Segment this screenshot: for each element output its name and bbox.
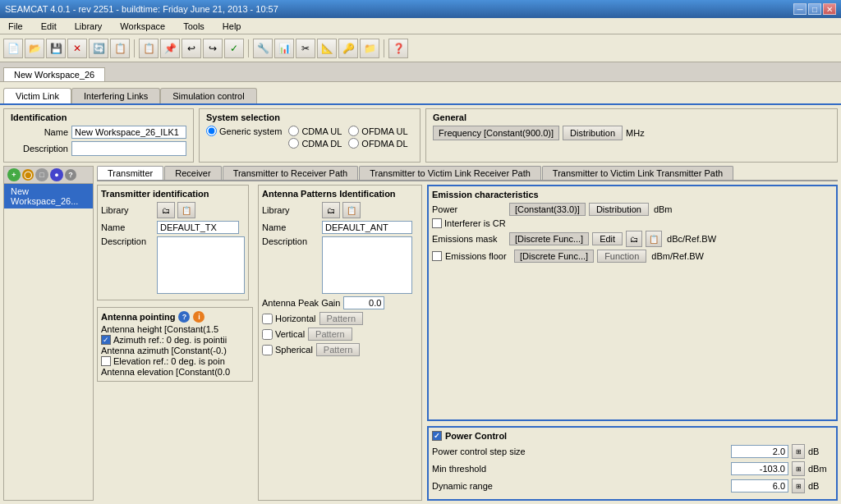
ant-lib-btn2[interactable]: 📋 <box>342 202 361 218</box>
tab-interfering-links[interactable]: Interfering Links <box>71 88 160 103</box>
maximize-button[interactable]: □ <box>808 3 821 15</box>
minimize-button[interactable]: ─ <box>793 3 807 15</box>
menu-edit[interactable]: Edit <box>36 20 62 33</box>
tool14[interactable]: 🔑 <box>338 39 358 58</box>
power-distribution-button[interactable]: Distribution <box>589 203 649 216</box>
ant-name-input[interactable] <box>322 221 412 234</box>
horizontal-pattern-btn[interactable]: Pattern <box>319 312 363 325</box>
ofdma-dl-label: OFDMA DL <box>361 139 407 149</box>
edit-button[interactable]: Edit <box>592 232 623 245</box>
close-button[interactable]: ✕ <box>823 3 836 15</box>
horizontal-check-label[interactable]: Horizontal <box>262 314 316 324</box>
tool10[interactable]: 🔧 <box>253 39 273 58</box>
new-button[interactable]: 📄 <box>3 39 23 58</box>
tool12[interactable]: ✂ <box>296 39 315 58</box>
system-selection-section: System selection Generic system CDMA UL <box>199 108 420 163</box>
refresh-button[interactable]: 🔄 <box>89 39 108 58</box>
vertical-pattern-btn[interactable]: Pattern <box>308 328 352 341</box>
tab-victim-link[interactable]: Victim Link <box>3 88 71 103</box>
generic-system-radio[interactable]: Generic system <box>206 126 282 136</box>
tool15[interactable]: 📁 <box>360 39 379 58</box>
ap-elevation-ref-label: Elevation ref.: 0 deg. is poin <box>113 356 225 366</box>
name-input[interactable] <box>71 126 186 139</box>
desc-row: Description <box>11 141 186 156</box>
antenna-pointing-box: Antenna pointing ? i Antenna height [Con… <box>97 307 253 382</box>
menu-file[interactable]: File <box>3 20 28 33</box>
sidebar-help-icon[interactable]: ? <box>65 169 76 181</box>
tab-transmitter[interactable]: Transmitter <box>97 166 163 180</box>
save-button[interactable]: 💾 <box>46 39 66 58</box>
copy-button[interactable]: 📋 <box>139 39 159 58</box>
ofdma-ul-radio[interactable]: OFDMA UL <box>348 126 407 136</box>
emissions-mask-value: [Discrete Func...] <box>509 232 589 245</box>
function-button[interactable]: Function <box>597 250 646 263</box>
sidebar-dot-icon[interactable]: ● <box>50 168 63 181</box>
emissions-floor-check[interactable] <box>432 251 442 261</box>
tab-receiver[interactable]: Receiver <box>164 166 221 180</box>
tx-desc-input[interactable] <box>157 236 245 294</box>
tab-tx-rx-path[interactable]: Transmitter to Receiver Path <box>223 166 359 180</box>
check-button[interactable]: ✓ <box>224 39 244 58</box>
vertical-check[interactable] <box>262 329 273 340</box>
ap-azimuth-ref-check[interactable]: ✓ <box>101 335 111 345</box>
ap-elevation-ref-check[interactable] <box>101 356 111 366</box>
tab-simulation-control[interactable]: Simulation control <box>160 88 256 103</box>
spherical-check[interactable] <box>262 345 273 355</box>
tx-lib-btn1[interactable]: 🗂 <box>157 202 175 218</box>
step-spin-btn[interactable]: ⊞ <box>792 444 805 459</box>
tool13[interactable]: 📐 <box>317 39 337 58</box>
sidebar-box-icon[interactable]: □ <box>35 168 48 181</box>
menu-help[interactable]: Help <box>218 20 246 33</box>
generic-system-label: Generic system <box>219 126 282 136</box>
redo-button[interactable]: ↪ <box>203 39 223 58</box>
paste-button[interactable]: 📌 <box>160 39 180 58</box>
min-unit: dBm <box>808 464 833 474</box>
sidebar-circle-icon[interactable]: ◯ <box>22 169 34 181</box>
spherical-pattern-btn[interactable]: Pattern <box>316 343 360 356</box>
menu-workspace[interactable]: Workspace <box>115 20 170 33</box>
step-size-input[interactable] <box>731 445 788 458</box>
tab-tx-victim-tx[interactable]: Transmitter to Victim Link Transmitter P… <box>542 166 733 180</box>
workspace-tab[interactable]: New Workspace_26 <box>3 67 105 81</box>
ant-desc-input[interactable] <box>322 236 412 294</box>
dynamic-range-input[interactable] <box>731 479 788 493</box>
distribution-button[interactable]: Distribution <box>563 126 623 140</box>
tab-tx-victim-rx[interactable]: Transmitter to Victim Link Receiver Path <box>359 166 541 180</box>
ofdma-dl-radio[interactable]: OFDMA DL <box>348 138 407 149</box>
mask-btn1[interactable]: 🗂 <box>626 231 642 247</box>
tool11[interactable]: 📊 <box>274 39 294 58</box>
peak-gain-input[interactable] <box>343 296 384 309</box>
frequency-row: Frequency [Constant(900.0)] Distribution… <box>433 126 830 140</box>
undo-button[interactable]: ↩ <box>182 39 201 58</box>
antenna-patterns-title: Antenna Patterns Identification <box>262 189 418 199</box>
menu-tools[interactable]: Tools <box>178 20 209 33</box>
open-button[interactable]: 📂 <box>25 39 44 58</box>
dynamic-spin-btn[interactable]: ⊞ <box>792 479 805 493</box>
interferer-check[interactable] <box>432 218 442 228</box>
desc-input[interactable] <box>71 141 186 156</box>
sub-tabbar: Transmitter Receiver Transmitter to Rece… <box>97 166 838 181</box>
sidebar-item-workspace[interactable]: New Workspace_26... <box>4 184 93 208</box>
stop-button[interactable]: ✕ <box>67 39 87 58</box>
min-spin-btn[interactable]: ⊞ <box>792 461 805 476</box>
tx-lib-btn2[interactable]: 📋 <box>177 202 195 218</box>
power-control-check[interactable]: ✓ <box>432 431 442 441</box>
cdma-ul-radio[interactable]: CDMA UL <box>288 126 342 136</box>
tool5[interactable]: 📋 <box>110 39 130 58</box>
min-threshold-input[interactable] <box>731 462 788 475</box>
tx-name-input[interactable] <box>157 221 239 234</box>
cdma-dl-radio[interactable]: CDMA DL <box>288 138 342 149</box>
sidebar-add-icon[interactable]: + <box>7 168 21 181</box>
tx-lib-row: Library 🗂 📋 <box>101 202 245 218</box>
ap-info-icon[interactable]: ? <box>178 311 190 323</box>
ant-lib-btn1[interactable]: 🗂 <box>322 202 340 218</box>
ant-desc-row: Description <box>262 236 418 294</box>
ap-alert-icon[interactable]: i <box>193 311 205 323</box>
mask-btn2[interactable]: 📋 <box>646 231 662 247</box>
menu-library[interactable]: Library <box>70 20 108 33</box>
spherical-check-label[interactable]: Spherical <box>262 345 313 355</box>
vertical-check-label[interactable]: Vertical <box>262 329 305 340</box>
horizontal-check[interactable] <box>262 314 273 324</box>
ap-height-row: Antenna height [Constant(1.5 <box>101 324 249 334</box>
tool16[interactable]: ❓ <box>388 39 408 58</box>
